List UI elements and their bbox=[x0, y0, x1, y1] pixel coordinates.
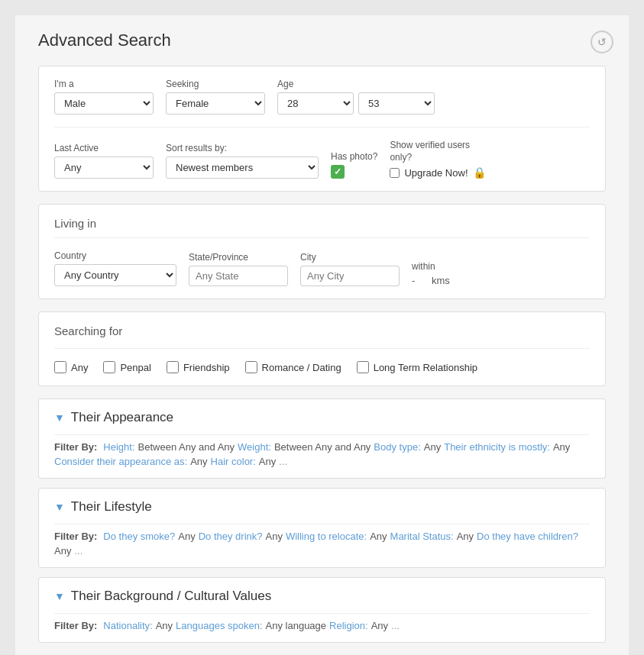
drink-link[interactable]: Do they drink? bbox=[199, 531, 263, 542]
divider-1 bbox=[54, 127, 590, 127]
option-penpal-label: Penpal bbox=[120, 362, 150, 373]
background-more[interactable]: ... bbox=[391, 620, 400, 631]
ima-label: I'm a bbox=[54, 79, 154, 89]
has-photo-group: Has photo? ✓ bbox=[331, 151, 377, 179]
nationality-value: Any bbox=[156, 620, 173, 631]
marital-link[interactable]: Marital Status: bbox=[390, 531, 454, 542]
option-romance-label: Romance / Dating bbox=[262, 362, 341, 373]
form-row-1: I'm a Male Female Seeking Female Male An… bbox=[54, 79, 590, 115]
option-any-label: Any bbox=[71, 362, 88, 373]
appearance-more[interactable]: ... bbox=[279, 456, 287, 467]
last-active-group: Last Active Any Today This Week This Mon… bbox=[54, 143, 154, 179]
body-type-link[interactable]: Body type: bbox=[374, 441, 420, 453]
checkbox-penpal[interactable] bbox=[103, 361, 115, 373]
upgrade-text: Upgrade Now! bbox=[404, 167, 468, 179]
kms-label: kms bbox=[432, 275, 450, 286]
relocate-value: Any bbox=[370, 531, 387, 542]
option-longterm: Long Term Relationship bbox=[357, 361, 477, 373]
divider-appearance bbox=[54, 434, 590, 435]
sort-select[interactable]: Newest members Oldest members Most activ… bbox=[166, 156, 319, 179]
state-group: State/Province bbox=[189, 252, 288, 286]
last-active-label: Last Active bbox=[54, 143, 154, 153]
searching-options-row: Any Penpal Friendship Romance / Dating L… bbox=[54, 361, 590, 373]
has-photo-checkbox[interactable]: ✓ bbox=[331, 165, 345, 179]
appearance-filter-label: Filter By: bbox=[54, 441, 97, 453]
appearance-title-row: ▼ Their Appearance bbox=[54, 410, 590, 425]
seeking-select[interactable]: Female Male Any bbox=[166, 92, 265, 115]
weight-link[interactable]: Weight: bbox=[238, 441, 271, 453]
verified-group: Show verified users only? Upgrade Now! 🔒 bbox=[390, 140, 485, 179]
lock-icon: 🔒 bbox=[473, 166, 486, 179]
ethnicity-link[interactable]: Their ethnicity is mostly: bbox=[444, 441, 550, 453]
city-label: City bbox=[300, 252, 400, 263]
age-from-select[interactable]: 28 bbox=[277, 92, 354, 115]
city-group: City bbox=[300, 252, 400, 286]
seeking-group: Seeking Female Male Any bbox=[166, 79, 265, 115]
drink-value: Any bbox=[266, 531, 283, 542]
checkbox-romance[interactable] bbox=[245, 361, 257, 373]
state-input[interactable] bbox=[189, 266, 288, 286]
hair-link[interactable]: Hair color: bbox=[211, 456, 256, 467]
divider-living bbox=[54, 237, 590, 238]
option-penpal: Penpal bbox=[103, 361, 150, 373]
languages-link[interactable]: Languages spoken: bbox=[176, 620, 262, 631]
checkbox-longterm[interactable] bbox=[357, 361, 369, 373]
ethnicity-value: Any bbox=[553, 441, 570, 453]
appearance-title: Their Appearance bbox=[71, 410, 173, 425]
background-card: ▼ Their Background / Cultural Values Fil… bbox=[38, 577, 606, 643]
refresh-icon[interactable]: ↺ bbox=[591, 31, 613, 53]
verified-checkbox[interactable] bbox=[390, 168, 400, 178]
ima-group: I'm a Male Female bbox=[54, 79, 154, 115]
background-title-row: ▼ Their Background / Cultural Values bbox=[54, 589, 590, 604]
background-title: Their Background / Cultural Values bbox=[71, 589, 271, 604]
religion-link[interactable]: Religion: bbox=[329, 620, 368, 631]
divider-searching bbox=[54, 348, 590, 349]
ima-select[interactable]: Male Female bbox=[54, 92, 154, 115]
background-chevron[interactable]: ▼ bbox=[54, 590, 65, 602]
languages-value: Any language bbox=[266, 620, 327, 631]
lifestyle-filter-row: Filter By: Do they smoke? Any Do they dr… bbox=[54, 531, 590, 557]
country-select[interactable]: Any Country bbox=[54, 264, 176, 286]
relocate-link[interactable]: Willing to relocate: bbox=[286, 531, 367, 542]
sort-group: Sort results by: Newest members Oldest m… bbox=[166, 143, 319, 179]
form-row-2: Last Active Any Today This Week This Mon… bbox=[54, 140, 590, 179]
option-friendship-label: Friendship bbox=[183, 362, 230, 373]
consider-link[interactable]: Consider their appearance as: bbox=[54, 456, 187, 467]
state-label: State/Province bbox=[189, 252, 288, 263]
height-link[interactable]: Height: bbox=[103, 441, 134, 453]
age-label: Age bbox=[277, 79, 435, 89]
divider-background bbox=[54, 613, 590, 614]
option-romance: Romance / Dating bbox=[245, 361, 341, 373]
consider-value: Any bbox=[190, 456, 207, 467]
within-group: within - kms bbox=[412, 261, 450, 286]
children-link[interactable]: Do they have children? bbox=[477, 531, 578, 542]
lifestyle-title-row: ▼ Their Lifestyle bbox=[54, 499, 590, 515]
option-longterm-label: Long Term Relationship bbox=[374, 362, 477, 373]
checkbox-friendship[interactable] bbox=[167, 361, 179, 373]
age-to-select[interactable]: 53 bbox=[358, 92, 435, 115]
smoke-value: Any bbox=[178, 531, 195, 542]
option-friendship: Friendship bbox=[167, 361, 230, 373]
last-active-select[interactable]: Any Today This Week This Month bbox=[54, 156, 154, 179]
weight-value: Between Any and Any bbox=[274, 441, 371, 453]
hair-value: Any bbox=[259, 456, 276, 467]
marital-value: Any bbox=[457, 531, 474, 542]
seeking-label: Seeking bbox=[166, 79, 265, 89]
age-group: Age 28 53 bbox=[277, 79, 435, 115]
height-value: Between Any and Any bbox=[138, 441, 235, 453]
within-label: within bbox=[412, 261, 450, 272]
lifestyle-chevron[interactable]: ▼ bbox=[54, 501, 65, 513]
checkbox-any[interactable] bbox=[54, 361, 66, 373]
location-row: Country Any Country State/Province City … bbox=[54, 250, 590, 286]
top-filters-card: I'm a Male Female Seeking Female Male An… bbox=[38, 66, 606, 192]
city-input[interactable] bbox=[300, 266, 400, 286]
religion-value: Any bbox=[371, 620, 388, 631]
background-filter-row: Filter By: Nationality: Any Languages sp… bbox=[54, 620, 590, 631]
verified-check-row: Upgrade Now! 🔒 bbox=[390, 166, 485, 179]
appearance-chevron[interactable]: ▼ bbox=[54, 411, 65, 424]
lifestyle-more[interactable]: ... bbox=[74, 545, 83, 557]
option-any: Any bbox=[54, 361, 88, 373]
smoke-link[interactable]: Do they smoke? bbox=[103, 531, 175, 542]
nationality-link[interactable]: Nationality: bbox=[103, 620, 152, 631]
page-container: Advanced Search ↺ I'm a Male Female Seek… bbox=[15, 15, 629, 655]
